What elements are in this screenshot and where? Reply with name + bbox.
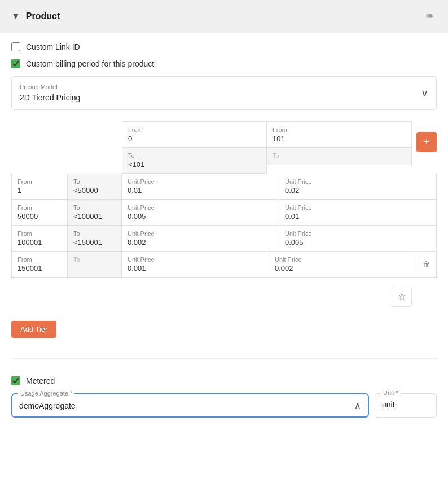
usage-row: Usage Aggregate * demoAggregate ∧ Unit *… (11, 393, 437, 418)
product-header: ▼ Product ✏ (0, 0, 448, 33)
row3-unit2-value: 0.005 (285, 238, 431, 247)
custom-link-id-checkbox[interactable] (11, 42, 20, 51)
custom-link-id-label: Custom Link ID (26, 42, 80, 51)
metered-checkbox[interactable] (11, 376, 20, 385)
add-tier-button[interactable]: Add Tier (11, 321, 56, 338)
custom-billing-label: Custom billing period for this product (26, 59, 154, 68)
row4-to-cell: To (68, 252, 122, 278)
usage-aggregate-field-label: Usage Aggregate * (18, 390, 74, 397)
col2-header: From 101 To (267, 121, 412, 165)
row3-from-value: 100001 (17, 238, 62, 247)
delete-column-button[interactable]: 🗑 (392, 287, 412, 307)
row4-from-label: From (17, 256, 62, 263)
delete-row-button[interactable]: 🗑 (416, 252, 437, 278)
col2-from-label: From (273, 126, 406, 133)
page-wrapper: ▼ Product ✏ Custom Link ID Custom billin… (0, 0, 448, 487)
usage-aggregate-chevron-icon[interactable]: ∧ (354, 400, 361, 411)
col1-from-value: 0 (128, 134, 261, 143)
metered-row: Metered (11, 376, 437, 385)
section-separator (11, 358, 437, 359)
row2-unit2-cell: Unit Price 0.01 (279, 200, 437, 226)
delete-col-area: 🗑 (11, 282, 437, 307)
row2-unit1-cell: Unit Price 0.005 (122, 200, 279, 226)
col1-to-cell: To <101 (122, 148, 267, 174)
row2-to-label: To (73, 204, 116, 211)
row1-to-cell: To <50000 (68, 174, 122, 200)
metered-section: Metered Usage Aggregate * demoAggregate … (11, 368, 437, 418)
row1-unit2-label: Unit Price (285, 178, 431, 185)
pricing-grid: From 0 To <101 From 101 To (11, 121, 437, 307)
usage-aggregate-value: demoAggregate (19, 401, 76, 410)
row3-to-value: <150001 (73, 238, 116, 247)
row1-unit1-cell: Unit Price 0.01 (122, 174, 279, 200)
row2-unit1-label: Unit Price (128, 204, 273, 211)
unit-field-label: Unit * (381, 389, 401, 396)
unit-field: Unit * unit (375, 393, 437, 418)
row4-unit2-value: 0.002 (275, 264, 410, 273)
pricing-model-dropdown[interactable]: Pricing Model 2D Tiered Pricing ∨ (11, 76, 437, 110)
row1-unit2-cell: Unit Price 0.02 (279, 174, 437, 200)
col2-to-label: To (273, 152, 406, 159)
row4-to-label: To (73, 256, 116, 263)
row4-from-value: 150001 (17, 264, 62, 273)
plus-icon: + (423, 135, 430, 148)
custom-billing-row: Custom billing period for this product (11, 59, 437, 68)
row2-unit2-label: Unit Price (285, 204, 431, 211)
row3-from-cell: From 100001 (11, 226, 68, 252)
row4-unit1-cell: Unit Price 0.001 (122, 252, 269, 278)
table-row: From 1 To <50000 Unit Price 0.01 Unit Pr… (11, 174, 437, 200)
row1-unit1-value: 0.01 (128, 186, 273, 195)
row3-from-label: From (17, 230, 62, 237)
row2-from-label: From (17, 204, 62, 211)
col2-from-cell: From 101 (267, 121, 412, 148)
trash-col-icon: 🗑 (398, 293, 406, 301)
product-title: Product (26, 11, 60, 21)
row2-unit1-value: 0.005 (128, 212, 273, 221)
edit-product-button[interactable]: ✏ (424, 8, 437, 25)
pricing-model-label: Pricing Model (20, 84, 80, 90)
row1-from-label: From (17, 178, 62, 185)
add-column-button[interactable]: + (416, 132, 437, 152)
row1-to-label: To (73, 178, 116, 185)
row2-unit2-value: 0.01 (285, 212, 431, 221)
col1-from-label: From (128, 126, 261, 133)
row2-from-cell: From 50000 (11, 200, 68, 226)
col1-header: From 0 To <101 (122, 121, 267, 174)
row4-unit1-value: 0.001 (128, 264, 263, 273)
row1-from-value: 1 (17, 186, 62, 195)
content-area: Custom Link ID Custom billing period for… (0, 33, 448, 427)
row2-to-value: <100001 (73, 212, 116, 221)
pricing-model-chevron-icon: ∨ (421, 87, 428, 99)
table-row: From 50000 To <100001 Unit Price 0.005 U… (11, 200, 437, 226)
row3-unit2-cell: Unit Price 0.005 (279, 226, 437, 252)
row1-to-value: <50000 (73, 186, 116, 195)
row4-unit2-label: Unit Price (275, 256, 410, 263)
row2-to-cell: To <100001 (68, 200, 122, 226)
row3-unit2-label: Unit Price (285, 230, 431, 237)
custom-link-id-row: Custom Link ID (11, 42, 437, 51)
col1-to-value: <101 (128, 160, 261, 169)
row3-to-label: To (73, 230, 116, 237)
collapse-chevron-icon[interactable]: ▼ (11, 11, 20, 21)
unit-value: unit (382, 400, 395, 409)
row3-unit1-cell: Unit Price 0.002 (122, 226, 279, 252)
pricing-model-value: 2D Tiered Pricing (20, 93, 80, 102)
row1-unit1-label: Unit Price (128, 178, 273, 185)
row4-unit2-cell: Unit Price 0.002 (269, 252, 416, 278)
usage-aggregate-field[interactable]: Usage Aggregate * demoAggregate ∧ (11, 393, 369, 418)
col1-from-cell: From 0 (122, 121, 267, 148)
row4-from-cell: From 150001 (11, 252, 68, 278)
col2-to-cell: To (267, 148, 412, 165)
pricing-model-content: Pricing Model 2D Tiered Pricing (20, 84, 80, 103)
row3-to-cell: To <150001 (68, 226, 122, 252)
table-row: From 150001 To Unit Price 0.001 Unit Pri… (11, 252, 437, 278)
row4-unit1-label: Unit Price (128, 256, 263, 263)
col2-from-value: 101 (273, 134, 406, 143)
metered-label: Metered (26, 376, 55, 385)
trash-icon: 🗑 (423, 260, 430, 269)
custom-billing-checkbox[interactable] (11, 59, 20, 68)
row3-unit1-value: 0.002 (128, 238, 273, 247)
row1-from-cell: From 1 (11, 174, 68, 200)
col1-to-label: To (128, 152, 261, 159)
row1-unit2-value: 0.02 (285, 186, 431, 195)
